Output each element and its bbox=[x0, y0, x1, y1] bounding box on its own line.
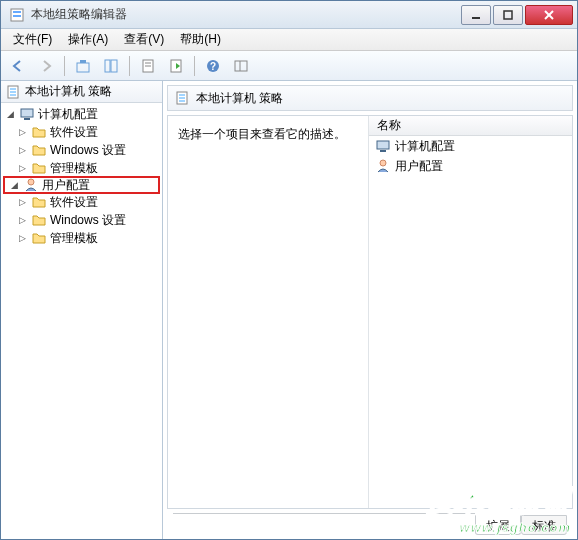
list-item-computer-config[interactable]: 计算机配置 bbox=[369, 136, 572, 156]
tree-node-computer-config[interactable]: ◢ 计算机配置 bbox=[3, 105, 160, 123]
toolbar: ? bbox=[1, 51, 577, 81]
show-hide-tree-button[interactable] bbox=[98, 54, 124, 78]
tree-label: 计算机配置 bbox=[38, 106, 98, 123]
svg-rect-1 bbox=[13, 11, 21, 13]
list-item-label: 用户配置 bbox=[395, 158, 443, 175]
tree-label: 软件设置 bbox=[50, 194, 98, 211]
list-header-label: 名称 bbox=[377, 117, 401, 134]
list-header-name[interactable]: 名称 bbox=[369, 116, 572, 136]
tree-node-user-windows-settings[interactable]: ▷ Windows 设置 bbox=[3, 211, 160, 229]
content-header-label: 本地计算机 策略 bbox=[196, 90, 283, 107]
tree-node-user-admin-templates[interactable]: ▷ 管理模板 bbox=[3, 229, 160, 247]
computer-icon bbox=[375, 138, 391, 154]
maximize-button[interactable] bbox=[493, 5, 523, 25]
tree-label: 用户配置 bbox=[42, 177, 90, 194]
window-title: 本地组策略编辑器 bbox=[31, 6, 461, 23]
tree-node-admin-templates[interactable]: ▷ 管理模板 bbox=[3, 159, 160, 177]
svg-rect-24 bbox=[24, 118, 30, 120]
svg-point-32 bbox=[380, 160, 386, 166]
expand-icon[interactable]: ▷ bbox=[17, 215, 28, 226]
tree-header-label: 本地计算机 策略 bbox=[25, 83, 112, 100]
svg-rect-30 bbox=[377, 141, 389, 149]
folder-icon bbox=[31, 212, 47, 228]
tab-label: 扩展 bbox=[486, 519, 510, 533]
tree[interactable]: ◢ 计算机配置 ▷ 软件设置 ▷ Windows 设置 bbox=[1, 103, 162, 539]
policy-icon bbox=[5, 84, 21, 100]
svg-rect-2 bbox=[13, 15, 21, 17]
back-button[interactable] bbox=[5, 54, 31, 78]
collapse-icon[interactable]: ◢ bbox=[9, 180, 20, 191]
svg-rect-4 bbox=[504, 11, 512, 19]
tree-node-user-config[interactable]: ◢ 用户配置 bbox=[3, 176, 160, 194]
toolbar-separator bbox=[194, 56, 195, 76]
folder-icon bbox=[31, 124, 47, 140]
svg-point-25 bbox=[28, 179, 34, 185]
policy-icon bbox=[174, 90, 190, 106]
expand-icon[interactable]: ▷ bbox=[17, 233, 28, 244]
window-controls bbox=[461, 5, 573, 25]
tabs-row: 扩展 标准 bbox=[167, 513, 573, 535]
filter-button[interactable] bbox=[228, 54, 254, 78]
tab-label: 标准 bbox=[532, 519, 556, 533]
list-item-label: 计算机配置 bbox=[395, 138, 455, 155]
tree-header: 本地计算机 策略 bbox=[1, 81, 162, 103]
export-button[interactable] bbox=[163, 54, 189, 78]
tab-standard[interactable]: 标准 bbox=[521, 515, 567, 535]
folder-icon bbox=[31, 194, 47, 210]
properties-button[interactable] bbox=[135, 54, 161, 78]
menu-action[interactable]: 操作(A) bbox=[60, 29, 116, 50]
svg-rect-10 bbox=[111, 60, 117, 72]
svg-rect-7 bbox=[77, 63, 89, 72]
toolbar-separator bbox=[64, 56, 65, 76]
expand-icon[interactable]: ▷ bbox=[17, 163, 28, 174]
tree-node-windows-settings[interactable]: ▷ Windows 设置 bbox=[3, 141, 160, 159]
folder-icon bbox=[31, 230, 47, 246]
forward-button[interactable] bbox=[33, 54, 59, 78]
svg-rect-31 bbox=[380, 150, 386, 152]
content-pane: 本地计算机 策略 选择一个项目来查看它的描述。 名称 计算机配置 bbox=[163, 81, 577, 539]
tree-node-user-software-settings[interactable]: ▷ 软件设置 bbox=[3, 193, 160, 211]
minimize-button[interactable] bbox=[461, 5, 491, 25]
content-header: 本地计算机 策略 bbox=[167, 85, 573, 111]
help-button[interactable]: ? bbox=[200, 54, 226, 78]
svg-text:?: ? bbox=[210, 61, 216, 72]
expand-icon[interactable]: ▷ bbox=[17, 145, 28, 156]
tree-node-software-settings[interactable]: ▷ 软件设置 bbox=[3, 123, 160, 141]
folder-icon bbox=[31, 142, 47, 158]
body: 本地计算机 策略 ◢ 计算机配置 ▷ 软件设置 ▷ bbox=[1, 81, 577, 539]
svg-rect-23 bbox=[21, 109, 33, 117]
svg-rect-8 bbox=[80, 60, 86, 63]
tree-label: 管理模板 bbox=[50, 160, 98, 177]
list-item-user-config[interactable]: 用户配置 bbox=[369, 156, 572, 176]
collapse-icon[interactable]: ◢ bbox=[5, 109, 16, 120]
svg-rect-17 bbox=[235, 61, 247, 71]
menubar: 文件(F) 操作(A) 查看(V) 帮助(H) bbox=[1, 29, 577, 51]
svg-rect-9 bbox=[105, 60, 110, 72]
expand-icon[interactable]: ▷ bbox=[17, 197, 28, 208]
tabs-line bbox=[173, 513, 475, 514]
close-button[interactable] bbox=[525, 5, 573, 25]
titlebar: 本地组策略编辑器 bbox=[1, 1, 577, 29]
window: 本地组策略编辑器 文件(F) 操作(A) 查看(V) 帮助(H) ? bbox=[0, 0, 578, 540]
tree-label: 软件设置 bbox=[50, 124, 98, 141]
folder-icon bbox=[31, 160, 47, 176]
menu-view[interactable]: 查看(V) bbox=[116, 29, 172, 50]
content-body: 选择一个项目来查看它的描述。 名称 计算机配置 用户配置 bbox=[167, 115, 573, 509]
user-icon bbox=[23, 177, 39, 193]
tree-label: Windows 设置 bbox=[50, 142, 126, 159]
description-text: 选择一个项目来查看它的描述。 bbox=[178, 127, 346, 141]
expand-icon[interactable]: ▷ bbox=[17, 127, 28, 138]
description-column: 选择一个项目来查看它的描述。 bbox=[168, 116, 368, 508]
tree-pane: 本地计算机 策略 ◢ 计算机配置 ▷ 软件设置 ▷ bbox=[1, 81, 163, 539]
toolbar-separator bbox=[129, 56, 130, 76]
computer-icon bbox=[19, 106, 35, 122]
tree-label: 管理模板 bbox=[50, 230, 98, 247]
user-icon bbox=[375, 158, 391, 174]
tab-extended[interactable]: 扩展 bbox=[475, 515, 521, 535]
app-icon bbox=[9, 7, 25, 23]
menu-file[interactable]: 文件(F) bbox=[5, 29, 60, 50]
menu-help[interactable]: 帮助(H) bbox=[172, 29, 229, 50]
list-column: 名称 计算机配置 用户配置 bbox=[368, 116, 572, 508]
up-button[interactable] bbox=[70, 54, 96, 78]
tree-label: Windows 设置 bbox=[50, 212, 126, 229]
